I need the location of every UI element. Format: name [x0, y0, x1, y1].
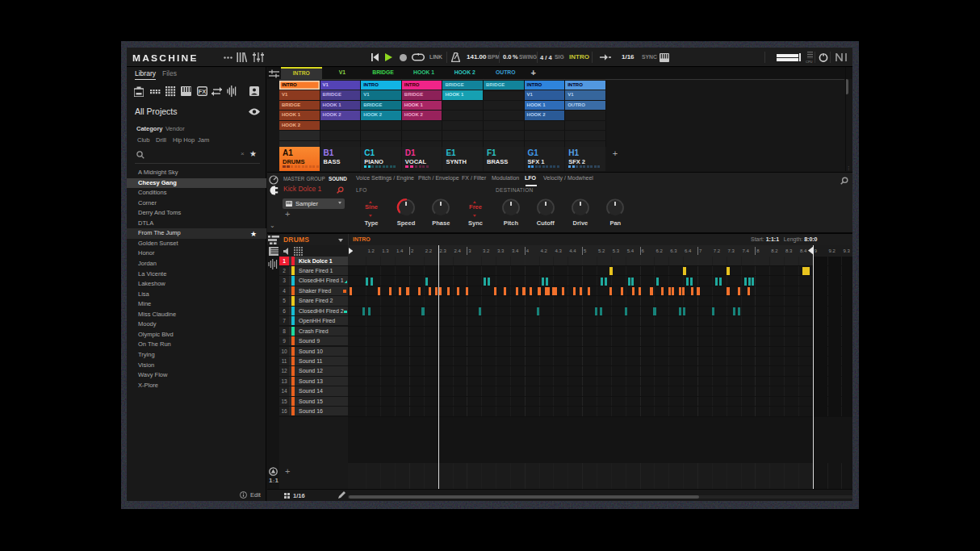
svg-text:FX: FX — [199, 88, 207, 95]
